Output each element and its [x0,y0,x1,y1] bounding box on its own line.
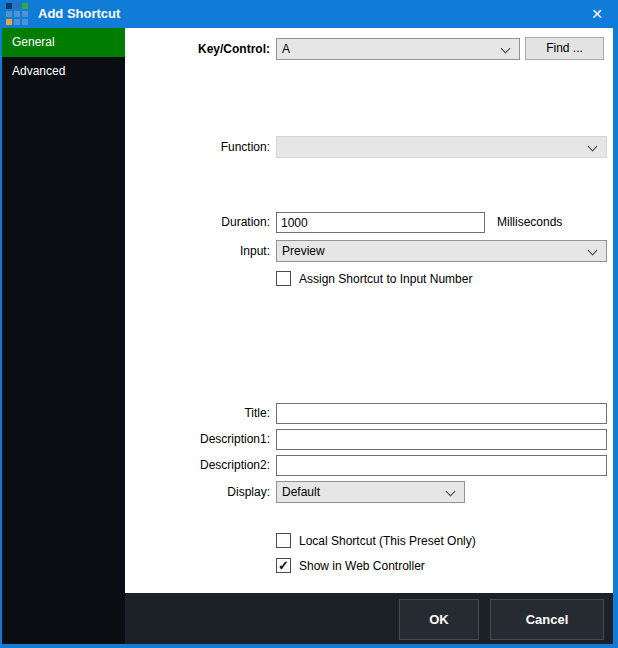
key-control-select[interactable]: A [276,38,520,60]
title-label: Title: [125,403,270,424]
chevron-down-icon [501,44,511,54]
app-icon-square [14,11,20,17]
window-title: Add Shortcut [38,0,120,28]
description1-input[interactable] [276,429,607,450]
function-select[interactable] [276,136,607,158]
find-button[interactable]: Find ... [525,37,604,60]
assign-shortcut-checkbox[interactable]: Assign Shortcut to Input Number [276,271,472,286]
duration-input[interactable] [276,212,485,233]
chevron-down-icon [446,487,456,497]
app-icon-square [22,19,28,25]
app-icon-square [22,11,28,17]
duration-label: Duration: [125,212,270,233]
add-shortcut-dialog: Add Shortcut ✕ General Advanced Key/Cont… [0,0,618,648]
display-value: Default [282,482,320,502]
sidebar-item-label: Advanced [12,64,65,78]
display-label: Display: [125,481,270,503]
chevron-down-icon [588,142,598,152]
title-bar: Add Shortcut ✕ [0,0,618,28]
app-icon [6,3,28,25]
title-input[interactable] [276,403,607,424]
checkbox-label: Local Shortcut (This Preset Only) [299,534,476,548]
description2-label: Description2: [125,455,270,476]
app-icon-square [6,19,12,25]
app-icon-square [6,11,12,17]
close-icon: ✕ [591,6,603,22]
ok-button[interactable]: OK [399,599,479,640]
key-control-value: A [282,39,290,59]
checkbox-label: Show in Web Controller [299,559,425,573]
input-label: Input: [125,240,270,262]
local-shortcut-checkbox[interactable]: Local Shortcut (This Preset Only) [276,533,476,548]
display-select[interactable]: Default [276,481,465,503]
checkbox-box: ✓ [276,558,291,573]
duration-unit-label: Milliseconds [497,212,562,233]
checkbox-label: Assign Shortcut to Input Number [299,272,472,286]
input-value: Preview [282,241,325,261]
footer-bar: OK Cancel [125,593,613,644]
description2-input[interactable] [276,455,607,476]
sidebar: General Advanced [2,28,125,644]
function-label: Function: [125,136,270,158]
chevron-down-icon [588,246,598,256]
sidebar-item-advanced[interactable]: Advanced [2,57,125,86]
close-button[interactable]: ✕ [580,0,614,28]
sidebar-item-general[interactable]: General [2,28,125,57]
checkbox-box [276,533,291,548]
app-icon-square [14,19,20,25]
cancel-button[interactable]: Cancel [490,599,604,640]
description1-label: Description1: [125,429,270,450]
key-control-label: Key/Control: [125,38,270,60]
sidebar-item-label: General [12,35,55,49]
web-controller-checkbox[interactable]: ✓ Show in Web Controller [276,558,425,573]
input-select[interactable]: Preview [276,240,607,262]
app-icon-square [22,3,28,9]
app-icon-square [6,3,12,9]
checkbox-box [276,271,291,286]
app-icon-square [14,3,20,9]
general-tab-panel: Key/Control: A Find ... Function: Durati… [125,28,613,593]
